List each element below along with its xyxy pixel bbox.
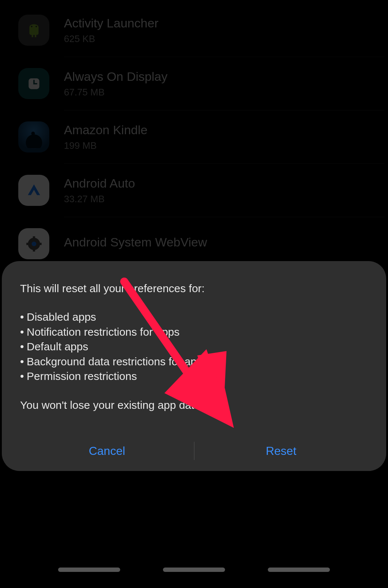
dialog-list-text: Notification restrictions for apps: [27, 325, 180, 340]
dialog-intro: This will reset all your preferences for…: [20, 281, 368, 296]
dialog-list: • Disabled apps • Notification restricti…: [20, 310, 368, 384]
dialog-list-item: • Default apps: [20, 339, 368, 354]
navigation-bar: [0, 555, 388, 588]
dialog-list-text: Permission restrictions: [27, 369, 137, 384]
reset-preferences-dialog: This will reset all your preferences for…: [2, 261, 386, 471]
dialog-button-row: Cancel Reset: [20, 431, 368, 471]
dialog-list-item: • Background data restrictions for apps: [20, 354, 368, 369]
dialog-list-text: Default apps: [27, 339, 88, 354]
dialog-list-item: • Notification restrictions for apps: [20, 325, 368, 340]
reset-button[interactable]: Reset: [194, 431, 368, 471]
cancel-button[interactable]: Cancel: [20, 431, 194, 471]
nav-recents[interactable]: [58, 568, 120, 572]
dialog-list-text: Disabled apps: [27, 310, 96, 325]
dialog-list-item: • Disabled apps: [20, 310, 368, 325]
dialog-footer-text: You won't lose your existing app data.: [20, 398, 368, 413]
dialog-list-item: • Permission restrictions: [20, 369, 368, 384]
dialog-list-text: Background data restrictions for apps: [27, 354, 208, 369]
nav-back[interactable]: [268, 568, 330, 572]
nav-home[interactable]: [163, 568, 225, 572]
